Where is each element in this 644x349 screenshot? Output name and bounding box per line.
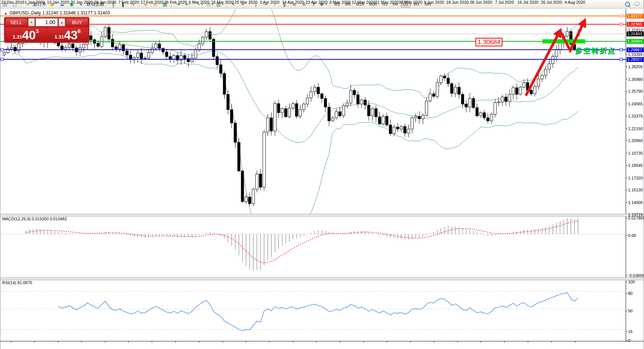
macd-pane-separator[interactable] (0, 214, 644, 216)
ocp-collapse-icon[interactable]: ▲ (4, 11, 7, 15)
ohlc-values: 1.31240 1.31846 1.31177 1.31403 (42, 10, 110, 16)
price-tick-label: 1.28205 (628, 65, 643, 69)
date-tick-label: 29 Jan 2020 (94, 0, 116, 4)
price-level-badge: 1.31403 (627, 32, 644, 36)
date-tick-label: 21 May 2020 (375, 0, 399, 4)
price-level-badge: 1.30684 (627, 39, 644, 44)
volume-input[interactable] (36, 18, 58, 26)
support-line-1[interactable] (0, 49, 626, 51)
price-callout-box[interactable]: 1.30684 (475, 38, 502, 46)
sell-button[interactable]: SELL (5, 18, 27, 26)
date-tick-label: 23 Dec 2019 (1, 0, 24, 4)
pivot-annotation-text[interactable]: 多空转折点 (575, 46, 616, 56)
date-tick-label: 17 Feb 2020 (141, 0, 164, 4)
date-tick-label: 16 Mar 2020 (211, 0, 234, 4)
rsi-tick-label: 100 (628, 280, 635, 284)
buy-price-prefix: 1.31 (54, 34, 64, 40)
price-tick-label: 1.18545 (628, 163, 643, 168)
date-tick-label: 16 Jul 2020 (517, 0, 538, 4)
macd-tick-label: 0.017865 (628, 216, 644, 220)
terminal-window: ▤◫+新订单◆☁◉●自动交易║❚∿⊕⊖▦⇥⇤+▼◷▼▨▼↖+|—∕∥E≡FAT❖… (0, 0, 644, 349)
macd-tick-label: -0.038561 (628, 273, 644, 278)
price-tick-label: 1.20960 (628, 138, 643, 143)
price-tick-label: 1.17320 (628, 176, 643, 180)
bollinger-bands (11, 0, 578, 240)
date-tick-label: 6 Mar 2020 (189, 0, 209, 4)
support-line-2[interactable] (0, 58, 626, 61)
date-tick-label: 3 May 2020 (329, 0, 351, 4)
date-tick-label: 31 May 2020 (399, 0, 422, 4)
macd-histogram (0, 218, 626, 271)
price-level-badge: 1.33177 (627, 14, 644, 19)
price-level-badge: 1.28927 (627, 57, 644, 62)
rsi-pane-separator[interactable] (0, 278, 644, 280)
date-tick-label: 20 Jan 2020 (70, 0, 93, 4)
macd-signal-line (26, 221, 578, 263)
symbol-period-label: GBPUSD-,Daily (10, 10, 41, 16)
macd-tick-label: 0.00 (628, 233, 636, 238)
date-tick-label: 14 Apr 2020 (282, 0, 304, 4)
buy-price-big: 43 (64, 30, 78, 41)
date-tick-label: 25 Mar 2020 (235, 0, 258, 4)
price-tick-label: 1.16130 (628, 188, 643, 192)
price-tick-label: 1.23375 (628, 114, 643, 118)
rsi-tick-label: 80 (628, 291, 633, 296)
sell-price-prefix: 1.31 (13, 34, 22, 40)
date-tick-label: 10 Jan 2020 (47, 0, 70, 4)
sell-price-sup: 3 (36, 28, 39, 34)
date-tick-label: 26 Jul 2020 (541, 0, 562, 4)
price-level-badge: 1.29867 (627, 47, 644, 52)
date-tick-label: 9 Jun 2020 (424, 0, 444, 4)
macd-indicator-label: MACD(12,26,9) 0.015300 0.013482 (2, 217, 67, 221)
volume-up-button[interactable]: ▲ (59, 18, 65, 26)
buy-price-sup: 6 (77, 28, 80, 34)
date-tick-label: 28 Jun 2020 (470, 0, 492, 4)
chart-title: ▲GBPUSD-,Daily 1.31240 1.31846 1.31177 1… (4, 10, 110, 16)
rsi-tick-label: 0 (628, 338, 630, 343)
date-tick-label: 1 Jan 2020 (24, 0, 44, 4)
rsi-pane-content (0, 292, 626, 331)
rsi-tick-label: 50 (628, 309, 633, 313)
date-tick-label: 26 Feb 2020 (164, 0, 187, 4)
rsi-indicator-label: RSI(14) 81.0870 (2, 280, 32, 285)
date-tick-label: 18 Jun 2020 (446, 0, 469, 4)
price-level-badge: 1.32360 (627, 22, 644, 27)
resistance-line-2[interactable] (0, 23, 626, 26)
date-tick-label: 7 Feb 2020 (118, 0, 139, 4)
rsi-line (59, 293, 578, 331)
date-tick-label: 23 Apr 2020 (306, 0, 328, 4)
price-tick-label: 1.25790 (628, 89, 643, 93)
date-tick-label: 4 Aug 2020 (565, 0, 585, 4)
price-tick-label: 1.22150 (628, 126, 643, 131)
chart-canvas (0, 0, 644, 349)
date-tick-label: 12 May 2020 (352, 0, 375, 4)
date-tick-label: 7 Jul 2020 (495, 0, 514, 4)
date-tick-label: 3 Apr 2020 (260, 0, 279, 4)
price-tick-label: 1.29395 (628, 52, 643, 57)
price-tick-label: 1.14905 (628, 200, 643, 205)
one-click-trading-panel: SELL ▼ ▲ BUY 1.31403 1.31436 (4, 17, 89, 43)
price-tick-label: 1.19735 (628, 151, 643, 155)
volume-down-button[interactable]: ▼ (28, 18, 35, 26)
price-tick-label: 1.26980 (628, 77, 643, 82)
price-tick-label: 1.24565 (628, 102, 643, 106)
sell-price-big: 40 (22, 30, 36, 41)
sell-price-display[interactable]: 1.31403 (5, 27, 46, 42)
buy-price-display[interactable]: 1.31436 (47, 27, 88, 42)
buy-button[interactable]: BUY (66, 18, 88, 26)
rsi-tick-label: 15 (628, 329, 633, 334)
